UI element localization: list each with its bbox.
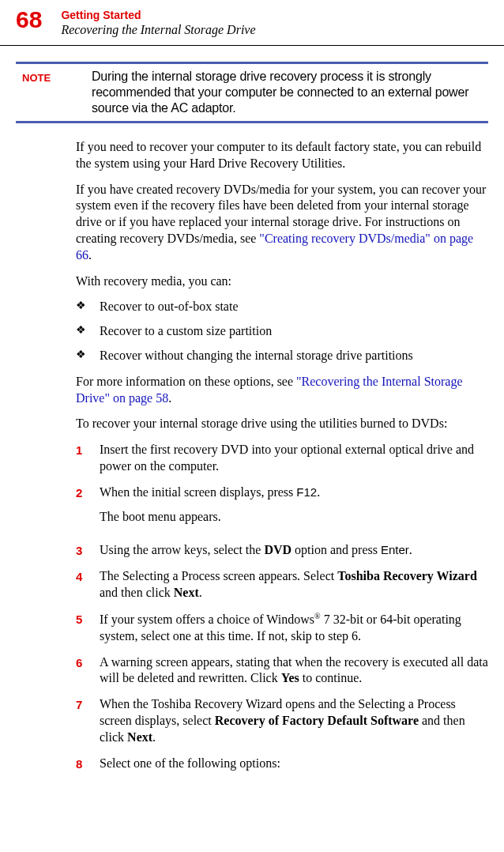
step-number: 2 (76, 484, 100, 501)
list-text: Recover to a custom size partition (100, 323, 272, 340)
step-item: 3 Using the arrow keys, select the DVD o… (76, 542, 488, 559)
step-number: 3 (76, 542, 100, 559)
paragraph: If you have created recovery DVDs/media … (76, 182, 488, 264)
bold-text: Next (127, 730, 152, 744)
step-content: A warning screen appears, stating that w… (100, 654, 488, 688)
text: Using the arrow keys, select the (100, 543, 264, 556)
text: and then click (100, 586, 174, 599)
bullet-icon: ❖ (76, 323, 100, 337)
header-text: Getting Started Recovering the Internal … (61, 8, 488, 39)
section-title: Recovering the Internal Storage Drive (61, 22, 488, 39)
bold-text: Next (174, 586, 199, 599)
text: The Selecting a Process screen appears. … (100, 569, 337, 582)
step-item: 1 Insert the first recovery DVD into you… (76, 442, 488, 475)
step-content: Select one of the following options: (100, 756, 488, 772)
bold-text: Toshiba Recovery Wizard (337, 569, 477, 582)
step-number: 7 (76, 696, 100, 713)
text: When the initial screen displays, press … (100, 484, 488, 501)
text: The boot menu appears. (100, 509, 488, 526)
bullet-icon: ❖ (76, 299, 100, 313)
text: If your system offers a choice of Window… (100, 613, 314, 626)
bullet-list: ❖ Recover to out-of-box state ❖ Recover … (76, 299, 488, 364)
step-item: 2 When the initial screen displays, pres… (76, 484, 488, 533)
step-content: When the Toshiba Recovery Wizard opens a… (100, 696, 488, 745)
text: . (409, 543, 412, 556)
numbered-list: 1 Insert the first recovery DVD into you… (76, 442, 488, 771)
step-content: If your system offers a choice of Window… (100, 611, 488, 645)
step-content: The Selecting a Process screen appears. … (100, 568, 488, 601)
paragraph: To recover your internal storage drive u… (76, 416, 488, 432)
step-item: 6 A warning screen appears, stating that… (76, 654, 488, 688)
step-content: Using the arrow keys, select the DVD opt… (100, 542, 488, 559)
text: . (88, 248, 92, 262)
main-content: If you need to recover your computer to … (0, 139, 504, 797)
step-number: 4 (76, 568, 100, 585)
step-item: 8 Select one of the following options: (76, 756, 488, 772)
list-text: Recover without changing the internal st… (100, 348, 413, 364)
text: . (168, 391, 171, 405)
bold-text: DVD (264, 543, 291, 556)
paragraph: With recovery media, you can: (76, 273, 488, 290)
list-item: ❖ Recover without changing the internal … (76, 348, 488, 364)
step-number: 6 (76, 654, 100, 671)
text: . (152, 730, 156, 744)
page-number: 68 (16, 8, 42, 32)
step-item: 4 The Selecting a Process screen appears… (76, 568, 488, 601)
page-header: 68 Getting Started Recovering the Intern… (0, 0, 504, 46)
text: For more information on these options, s… (76, 375, 296, 388)
chapter-title: Getting Started (61, 8, 488, 22)
keycap: F12 (296, 485, 317, 499)
note-text: During the internal storage drive recove… (87, 69, 488, 116)
list-item: ❖ Recover to a custom size partition (76, 323, 488, 340)
list-item: ❖ Recover to out-of-box state (76, 299, 488, 315)
registered-mark: ® (314, 612, 321, 620)
step-content: Insert the first recovery DVD into your … (100, 442, 488, 475)
step-number: 5 (76, 611, 100, 628)
paragraph: If you need to recover your computer to … (76, 139, 488, 172)
list-text: Recover to out-of-box state (100, 299, 239, 315)
note-label: NOTE (16, 69, 87, 116)
bullet-icon: ❖ (76, 348, 100, 362)
step-number: 1 (76, 442, 100, 458)
step-number: 8 (76, 756, 100, 772)
paragraph: For more information on these options, s… (76, 374, 488, 407)
text: . (199, 586, 202, 599)
keycap: Enter (381, 543, 409, 556)
step-item: 5 If your system offers a choice of Wind… (76, 611, 488, 645)
text: Select one of the following options: (100, 756, 280, 770)
bold-text: Yes (281, 671, 299, 684)
step-item: 7 When the Toshiba Recovery Wizard opens… (76, 696, 488, 745)
text: Insert the first recovery DVD into your … (100, 443, 474, 473)
step-content: When the initial screen displays, press … (100, 484, 488, 533)
text: option and press (291, 543, 381, 556)
text: to continue. (299, 671, 363, 684)
note-block: NOTE During the internal storage drive r… (16, 62, 488, 123)
bold-text: Recovery of Factory Default Software (215, 714, 419, 727)
